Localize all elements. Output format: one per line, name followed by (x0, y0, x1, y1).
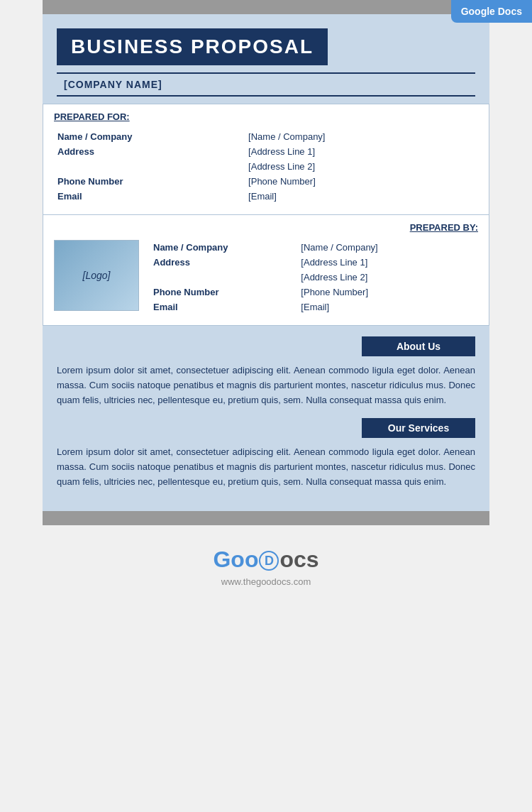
table-row: [Address Line 2] (54, 159, 478, 174)
google-docs-label: Google Docs (461, 6, 522, 17)
about-us-header-row: About Us (57, 336, 475, 356)
page-wrapper: Google Docs BUSINESS PROPOSAL [COMPANY N… (0, 0, 532, 601)
field-value: [Name / Company] (245, 129, 478, 144)
google-docs-badge: Google Docs (451, 0, 532, 23)
field-value: [Phone Number] (245, 174, 478, 189)
table-row: Phone Number [Phone Number] (150, 285, 478, 300)
prepared-for-label: PREPARED FOR: (54, 111, 478, 122)
document: BUSINESS PROPOSAL [COMPANY NAME] PREPARE… (43, 14, 489, 511)
field-label: Email (150, 300, 297, 314)
prepared-by-section: PREPARED BY: [Logo] Name / Company [Name… (43, 215, 489, 326)
logo-goo: Goo (213, 547, 258, 572)
field-label: Email (54, 189, 245, 204)
prepared-for-section: PREPARED FOR: Name / Company [Name / Com… (43, 104, 489, 215)
bottom-gray-bar (43, 511, 489, 525)
our-services-heading: Our Services (362, 418, 475, 438)
table-row: Name / Company [Name / Company] (54, 129, 478, 144)
field-value: [Email] (245, 189, 478, 204)
about-us-heading: About Us (362, 336, 475, 356)
field-label (54, 159, 245, 174)
our-services-header-row: Our Services (57, 418, 475, 438)
table-row: Address [Address Line 1] (150, 255, 478, 270)
goodocs-url: www.thegoodocs.com (0, 576, 532, 587)
table-row: Name / Company [Name / Company] (150, 240, 478, 255)
document-title: BUSINESS PROPOSAL (71, 35, 314, 58)
field-label (150, 270, 297, 285)
company-name: [COMPANY NAME] (64, 79, 162, 90)
table-row: [Address Line 2] (150, 270, 478, 285)
logo-ocs: ocs (279, 547, 318, 572)
top-gray-bar (43, 0, 489, 14)
field-label: Address (150, 255, 297, 270)
field-label: Phone Number (150, 285, 297, 300)
about-us-text: Lorem ipsum dolor sit amet, consectetuer… (57, 363, 475, 407)
field-value: [Email] (297, 300, 478, 314)
table-row: Email [Email] (150, 300, 478, 314)
title-section: BUSINESS PROPOSAL [COMPANY NAME] (43, 14, 489, 104)
table-row: Address [Address Line 1] (54, 144, 478, 159)
our-services-text: Lorem ipsum dolor sit amet, consectetuer… (57, 445, 475, 489)
field-value: [Name / Company] (297, 240, 478, 255)
field-value: [Address Line 1] (245, 144, 478, 159)
prepared-by-content: [Logo] Name / Company [Name / Company] A… (54, 240, 478, 314)
logo-box: [Logo] (54, 240, 139, 311)
prepared-by-table: Name / Company [Name / Company] Address … (150, 240, 478, 314)
field-label: Address (54, 144, 245, 159)
field-label: Name / Company (150, 240, 297, 255)
field-label: Phone Number (54, 174, 245, 189)
prepared-by-label: PREPARED BY: (54, 222, 478, 233)
table-row: Email [Email] (54, 189, 478, 204)
field-value: [Address Line 1] (297, 255, 478, 270)
table-row: Phone Number [Phone Number] (54, 174, 478, 189)
logo-label: [Logo] (83, 270, 111, 281)
field-value: [Phone Number] (297, 285, 478, 300)
field-label: Name / Company (54, 129, 245, 144)
logo-d-circle: D (259, 551, 279, 571)
about-us-section: About Us Lorem ipsum dolor sit amet, con… (43, 326, 489, 511)
company-name-bar: [COMPANY NAME] (57, 72, 475, 97)
field-value: [Address Line 2] (245, 159, 478, 174)
prepared-for-table: Name / Company [Name / Company] Address … (54, 129, 478, 204)
field-value: [Address Line 2] (297, 270, 478, 285)
footer-branding: GooDocs www.thegoodocs.com (0, 525, 532, 601)
title-box: BUSINESS PROPOSAL (57, 28, 328, 65)
goodocs-logo: GooDocs (0, 547, 532, 573)
